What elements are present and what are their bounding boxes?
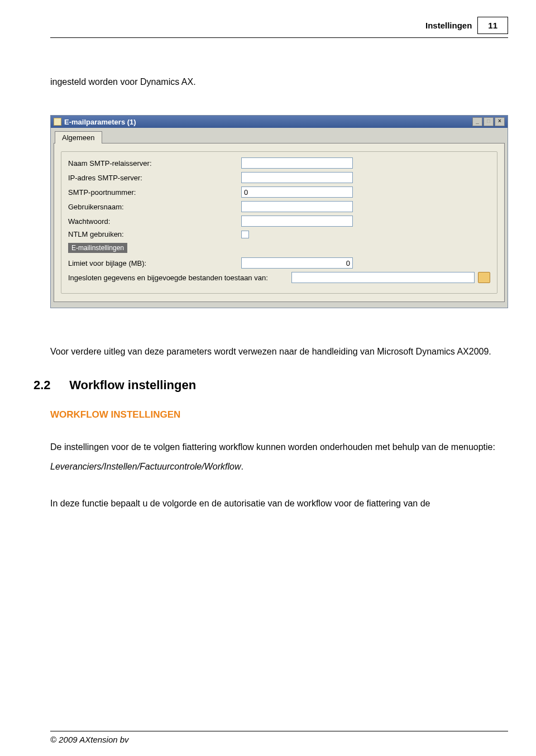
section-title: Workflow instellingen bbox=[69, 378, 196, 392]
ip-label: IP-adres SMTP-server: bbox=[68, 174, 241, 182]
allow-label: Ingesloten gegevens en bijgevoegde besta… bbox=[68, 274, 291, 282]
paragraph-reference: Voor verdere uitleg van deze parameters … bbox=[50, 342, 508, 361]
username-input[interactable] bbox=[241, 201, 353, 212]
username-label: Gebruikersnaam: bbox=[68, 203, 241, 211]
paragraph-workflow-1: De instellingen voor de te volgen fiatte… bbox=[50, 437, 508, 476]
ntlm-label: NTLM gebruiken: bbox=[68, 230, 241, 238]
window-titlebar[interactable]: E-mailparameters (1) _ □ × bbox=[51, 116, 508, 128]
ip-input[interactable] bbox=[241, 172, 353, 183]
intro-paragraph: ingesteld worden voor Dynamics AX. bbox=[50, 77, 508, 87]
window-title: E-mailparameters (1) bbox=[64, 118, 136, 126]
allow-input[interactable] bbox=[291, 272, 475, 283]
smtp-relay-label: Naam SMTP-relaisserver: bbox=[68, 159, 241, 168]
folder-button[interactable] bbox=[478, 272, 490, 283]
tab-general[interactable]: Algemeen bbox=[55, 131, 102, 143]
limit-label: Limiet voor bijlage (MB): bbox=[68, 259, 241, 267]
limit-input[interactable] bbox=[241, 257, 353, 269]
header-title: Instellingen bbox=[425, 21, 472, 30]
para2-text-a: De instellingen voor de te volgen fiatte… bbox=[50, 442, 495, 452]
header-rule bbox=[50, 37, 508, 38]
paragraph-workflow-2: In deze functie bepaalt u de volgorde en… bbox=[50, 494, 508, 513]
password-label: Wachtwoord: bbox=[68, 217, 241, 226]
port-input[interactable] bbox=[241, 186, 353, 198]
window-icon bbox=[54, 118, 61, 126]
smtp-relay-input[interactable] bbox=[241, 157, 353, 169]
password-input[interactable] bbox=[241, 216, 353, 227]
maximize-button[interactable]: □ bbox=[484, 117, 494, 126]
menu-path: Leveranciers/Instellen/Factuurcontrole/W… bbox=[50, 462, 241, 471]
page-number: 11 bbox=[477, 17, 508, 34]
email-parameters-window: E-mailparameters (1) _ □ × Algemeen Naam… bbox=[50, 115, 508, 308]
section-heading: 2.2 Workflow instellingen bbox=[34, 378, 508, 393]
section-number: 2.2 bbox=[34, 378, 66, 393]
port-label: SMTP-poortnummer: bbox=[68, 188, 241, 197]
para2-text-c: . bbox=[241, 462, 243, 471]
footer-rule bbox=[50, 731, 508, 731]
close-button[interactable]: × bbox=[495, 117, 505, 126]
minimize-button[interactable]: _ bbox=[472, 117, 482, 126]
group-email-settings: E-mailinstellingen bbox=[68, 243, 127, 253]
footer-copyright: © 2009 AXtension bv bbox=[50, 735, 129, 744]
ntlm-checkbox[interactable] bbox=[241, 231, 249, 238]
sub-heading-workflow: WORKFLOW INSTELLINGEN bbox=[50, 409, 508, 420]
